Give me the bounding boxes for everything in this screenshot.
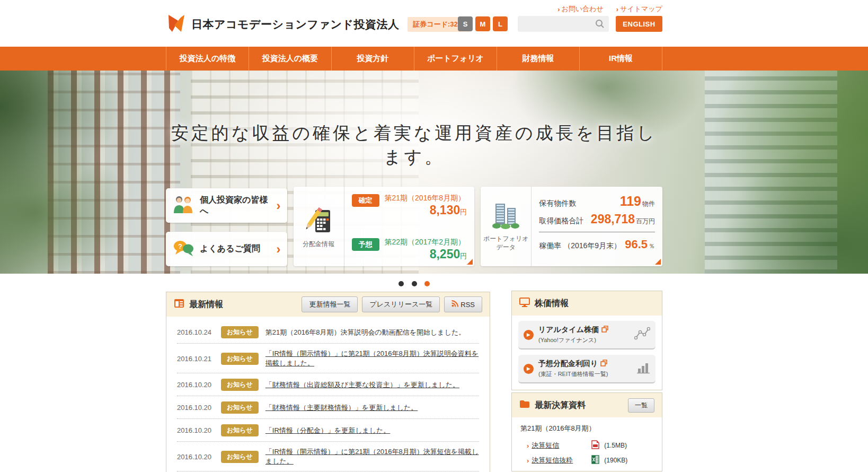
individual-investors-label: 個人投資家の皆様へ: [200, 195, 277, 217]
portfolio-body: 保有物件数 119物件 取得価格合計 298,718百万円 稼働率 （2016年…: [532, 187, 662, 266]
reports-panel: 最新決算資料 一覧 第21期（2016年8月期） › 決算短信 (1.5MB) …: [511, 392, 662, 471]
folder-icon: [519, 400, 530, 410]
font-size-small-button[interactable]: S: [458, 16, 473, 31]
report-file-link[interactable]: 決算短信: [532, 441, 589, 450]
english-button[interactable]: ENGLISH: [616, 16, 662, 32]
reports-list-button[interactable]: 一覧: [628, 398, 654, 413]
external-link-icon: [600, 360, 607, 368]
individual-investors-card[interactable]: 個人投資家の皆様へ ›: [166, 188, 287, 223]
search-icon[interactable]: [595, 19, 605, 31]
contact-link[interactable]: › お問い合わせ: [557, 4, 604, 14]
font-size-medium-button[interactable]: M: [475, 16, 490, 31]
news-badge: お知らせ: [221, 451, 259, 463]
font-size-large-button[interactable]: L: [493, 16, 508, 31]
chevron-right-icon: ›: [277, 243, 281, 256]
portfolio-info-card[interactable]: ポートフォリオデータ 保有物件数 119物件 取得価格合計 298,718百万円…: [481, 187, 662, 266]
news-date: 2016.10.21: [177, 355, 214, 363]
main-nav: 投資法人の特徴 投資法人の概要 投資方針 ポートフォリオ 財務情報 IR情報: [0, 47, 868, 71]
news-link[interactable]: 「IR情報（開示情報）」に第21期（2016年8月期）決算説明会資料を掲載しまし…: [265, 349, 479, 368]
news-badge: お知らせ: [221, 424, 259, 436]
site-logo[interactable]: 日本アコモデーションファンド投資法人 証券コード:3226: [166, 13, 471, 36]
news-text: 第21期（2016年8月期）決算説明会の動画配信を開始しました。: [265, 328, 465, 337]
nav-item-ir[interactable]: IR情報: [579, 47, 662, 71]
dividend-icon-zone[interactable]: 分配金情報: [294, 187, 344, 266]
faq-label: よくあるご質問: [200, 243, 277, 255]
file-size: (190KB): [604, 457, 627, 464]
chevron-right-icon: ›: [527, 457, 529, 465]
bar-chart-icon: [636, 361, 650, 376]
news-row: 2016.10.21 お知らせ 「IR情報（開示情報）」に第21期（2016年8…: [177, 344, 479, 373]
news-list: 2016.10.24 お知らせ 第21期（2016年8月期）決算説明会の動画配信…: [166, 317, 490, 472]
header-top-links: › お問い合わせ › サイトマップ: [557, 4, 662, 14]
nav-item-financial[interactable]: 財務情報: [497, 47, 579, 71]
reports-title: 最新決算資料: [519, 400, 586, 411]
news-row: 2016.10.20 お知らせ 「IR情報（開示情報）」に第21期（2016年8…: [177, 442, 479, 471]
carousel-dot-3-active[interactable]: [424, 281, 430, 286]
calculator-pencil-icon: [305, 205, 332, 237]
chevron-right-icon: ›: [616, 5, 618, 13]
report-file-row: › 決算短信 (1.5MB): [520, 438, 653, 453]
news-row: 2016.10.20 お知らせ 「財務情報（主要財務情報）」を更新しました。: [177, 396, 479, 419]
file-size: (1.5MB): [604, 442, 627, 449]
stock-info-title: 株価情報: [519, 298, 569, 309]
stock-info-panel: 株価情報 ▶ リアルタイム株価 (Yahoo!ファイナンス): [511, 291, 662, 390]
news-badge: お知らせ: [221, 326, 259, 338]
fixed-period: 第21期（2016年8月期）: [385, 194, 466, 202]
portfolio-icon-zone[interactable]: ポートフォリオデータ: [481, 187, 532, 266]
svg-text:?: ?: [178, 242, 182, 250]
nav-item-policy[interactable]: 投資方針: [331, 47, 414, 71]
news-buttons: 更新情報一覧 プレスリリース一覧 RSS: [302, 296, 482, 312]
nav-item-features[interactable]: 投資法人の特徴: [166, 47, 249, 71]
rss-button[interactable]: RSS: [444, 296, 482, 312]
chevron-right-icon: ›: [557, 5, 560, 13]
play-bullet-icon: ▶: [524, 330, 534, 340]
site-header: 日本アコモデーションファンド投資法人 証券コード:3226 › お問い合わせ ›…: [0, 0, 868, 47]
forecast-badge: 予想: [352, 238, 379, 251]
pdf-file-icon: [591, 440, 599, 451]
couple-icon: [172, 195, 196, 216]
hero-left-column: 個人投資家の皆様へ › ? よくあるご質問 ›: [166, 187, 287, 266]
play-bullet-icon: ▶: [524, 364, 534, 374]
hero-tagline: 安定的な収益の確保と着実な運用資産の成長を目指します。: [166, 121, 662, 169]
realtime-stock-link[interactable]: ▶ リアルタイム株価 (Yahoo!ファイナンス): [518, 321, 656, 349]
nav-item-overview[interactable]: 投資法人の概要: [249, 47, 331, 71]
page: 日本アコモデーションファンド投資法人 証券コード:3226 › お問い合わせ ›…: [0, 0, 868, 472]
dividend-caption: 分配金情報: [303, 240, 334, 249]
news-link[interactable]: 「IR情報（開示情報）」に第21期（2016年8月期）決算短信を掲載しました。: [265, 447, 479, 466]
forecast-value: 8,250円: [385, 247, 467, 261]
dividend-body: 確定 第21期（2016年8月期） 8,130円 予想 第22期（2017年2月…: [344, 187, 475, 266]
news-badge: お知らせ: [221, 353, 259, 365]
fixed-value: 8,130円: [385, 203, 467, 217]
carousel-dot-2[interactable]: [412, 281, 417, 286]
stock-panel-header: 株価情報: [512, 291, 662, 316]
sitemap-link[interactable]: › サイトマップ: [616, 4, 662, 14]
stock-panel-body: ▶ リアルタイム株価 (Yahoo!ファイナンス) ▶: [512, 316, 662, 390]
news-link[interactable]: 「財務情報（主要財務情報）」を更新しました。: [265, 403, 418, 413]
faq-card[interactable]: ? よくあるご質問 ›: [166, 232, 287, 266]
news-title: 最新情報: [174, 299, 223, 310]
buildings-icon: [491, 202, 521, 231]
dividend-yield-sub: (東証・REIT価格情報一覧): [538, 371, 608, 377]
news-link[interactable]: 「財務情報（出資総額及び主要な投資主）」を更新しました。: [265, 380, 459, 390]
dividend-yield-link[interactable]: ▶ 予想分配金利回り (東証・REIT価格情報一覧): [518, 355, 656, 383]
nav-item-portfolio[interactable]: ポートフォリオ: [414, 47, 497, 71]
news-date: 2016.10.20: [177, 404, 214, 412]
dividend-fixed-row: 確定 第21期（2016年8月期） 8,130円: [352, 193, 467, 217]
question-bubbles-icon: ?: [172, 239, 196, 259]
report-file-link[interactable]: 決算短信抜粋: [532, 456, 589, 465]
reports-body: 第21期（2016年8月期） › 決算短信 (1.5MB) › 決算短信抜粋 (…: [512, 417, 662, 472]
nav-list: 投資法人の特徴 投資法人の概要 投資方針 ポートフォリオ 財務情報 IR情報: [166, 47, 662, 71]
sitemap-link-label: サイトマップ: [620, 4, 662, 14]
news-window-icon: [174, 299, 184, 310]
news-link[interactable]: 「IR情報（分配金）」を更新しました。: [265, 426, 391, 435]
press-release-list-button[interactable]: プレスリリース一覧: [362, 296, 440, 312]
dividend-info-card[interactable]: 分配金情報 確定 第21期（2016年8月期） 8,130円 予想 第22期（2…: [294, 187, 475, 266]
news-row: 2016.10.24 お知らせ 第21期（2016年8月期）決算説明会の動画配信…: [177, 321, 479, 344]
carousel-dots: [166, 279, 662, 289]
portfolio-row-properties: 保有物件数 119物件: [539, 192, 655, 211]
updates-list-button[interactable]: 更新情報一覧: [302, 296, 358, 312]
portfolio-row-price: 取得価格合計 298,718百万円: [539, 211, 655, 228]
chevron-right-icon: ›: [277, 199, 281, 212]
carousel-dot-1[interactable]: [398, 281, 404, 286]
logo-pinwheel-icon: [166, 13, 187, 36]
